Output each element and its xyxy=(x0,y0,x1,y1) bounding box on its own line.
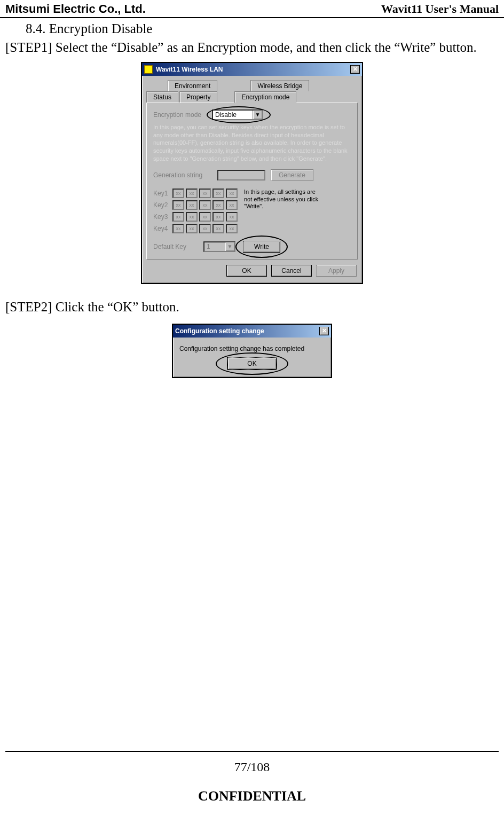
close-icon[interactable]: ✕ xyxy=(350,65,360,74)
tab-wireless-bridge[interactable]: Wireless Bridge xyxy=(250,80,309,91)
key-cell[interactable]: xx xyxy=(212,189,224,198)
doc-title: Wavit11 User's Manual xyxy=(381,2,499,16)
footer-rule xyxy=(5,751,499,752)
tab-property[interactable]: Property xyxy=(179,91,217,103)
key-cell[interactable]: xx xyxy=(172,212,184,222)
tab-status[interactable]: Status xyxy=(146,91,178,103)
key-cell[interactable]: xx xyxy=(172,224,184,233)
apply-button[interactable]: Apply xyxy=(316,265,357,277)
key-grid: Key1xxxxxxxxxx Key2xxxxxxxxxx Key3xxxxxx… xyxy=(153,189,238,236)
step1-text: [STEP1] Select the “Disable” as an Encry… xyxy=(5,38,499,57)
chevron-down-icon: ▼ xyxy=(225,242,234,251)
key-row: Key2xxxxxxxxxx xyxy=(153,200,238,210)
key-cell[interactable]: xx xyxy=(199,212,211,222)
key-cell[interactable]: xx xyxy=(186,200,198,210)
key-cell[interactable]: xx xyxy=(226,189,238,198)
key-row: Key3xxxxxxxxxx xyxy=(153,212,238,222)
generation-string-label: Generation string xyxy=(153,171,212,179)
close-icon[interactable]: ✕ xyxy=(319,327,329,335)
cancel-button[interactable]: Cancel xyxy=(271,265,312,277)
section-heading: 8.4. Encryption Disable xyxy=(26,21,504,36)
key-row: Key1xxxxxxxxxx xyxy=(153,189,238,198)
titlebar: Wavit11 Wireless LAN ✕ xyxy=(142,63,362,76)
encryption-mode-value: Disable xyxy=(215,111,237,119)
chevron-down-icon[interactable]: ▼ xyxy=(253,111,262,119)
encryption-tab-pane: Encryption mode Disable ▼ In this page, … xyxy=(146,103,358,260)
company-name: Mitsumi Electric Co., Ltd. xyxy=(5,2,146,16)
ok-button[interactable]: OK xyxy=(226,265,267,277)
key-cell[interactable]: xx xyxy=(226,200,238,210)
dialog-button-bar: OK Cancel Apply xyxy=(142,260,362,283)
key-cell[interactable]: xx xyxy=(226,212,238,222)
confidential-mark: CONFIDENTIAL xyxy=(0,788,504,804)
encryption-mode-label: Encryption mode xyxy=(153,111,212,119)
help-text: In this page, you can set security keys … xyxy=(153,123,351,163)
doc-running-header: Mitsumi Electric Co., Ltd. Wavit11 User'… xyxy=(0,0,504,18)
key-cell[interactable]: xx xyxy=(186,224,198,233)
app-icon xyxy=(144,65,153,74)
key-cell[interactable]: xx xyxy=(199,189,211,198)
dialog-title: Configuration setting change xyxy=(175,327,264,335)
default-key-label: Default Key xyxy=(153,243,196,250)
dialog-message: Configuration setting change has complet… xyxy=(179,345,325,352)
page-number: 77/108 xyxy=(0,760,504,774)
generation-string-input[interactable] xyxy=(217,170,265,181)
key-cell[interactable]: xx xyxy=(199,200,211,210)
titlebar: Configuration setting change ✕ xyxy=(173,325,331,338)
generate-button[interactable]: Generate xyxy=(271,169,313,181)
key-cell[interactable]: xx xyxy=(199,224,211,233)
tab-encryption-mode[interactable]: Encryption mode xyxy=(234,91,296,103)
key-cell[interactable]: xx xyxy=(172,189,184,198)
write-hint-text: In this page, all settings are not effec… xyxy=(244,189,324,236)
key-cell[interactable]: xx xyxy=(212,200,224,210)
key-cell[interactable]: xx xyxy=(226,224,238,233)
config-change-dialog: Configuration setting change ✕ Configura… xyxy=(172,324,332,378)
tab-environment[interactable]: Environment xyxy=(168,80,217,91)
write-button[interactable]: Write xyxy=(243,241,280,253)
step2-text: [STEP2] Click the “OK” button. xyxy=(5,298,499,316)
encryption-mode-select[interactable]: Disable ▼ xyxy=(212,109,263,120)
key-cell[interactable]: xx xyxy=(212,212,224,222)
key-cell[interactable]: xx xyxy=(186,212,198,222)
key-cell[interactable]: xx xyxy=(186,189,198,198)
key-cell[interactable]: xx xyxy=(212,224,224,233)
wavit11-window: Wavit11 Wireless LAN ✕ Environment Wirel… xyxy=(141,62,363,284)
key-cell[interactable]: xx xyxy=(172,200,184,210)
key-row: Key4xxxxxxxxxx xyxy=(153,224,238,233)
ok-button[interactable]: OK xyxy=(227,358,277,370)
default-key-select[interactable]: 1 ▼ xyxy=(203,241,235,252)
window-title: Wavit11 Wireless LAN xyxy=(156,66,223,73)
